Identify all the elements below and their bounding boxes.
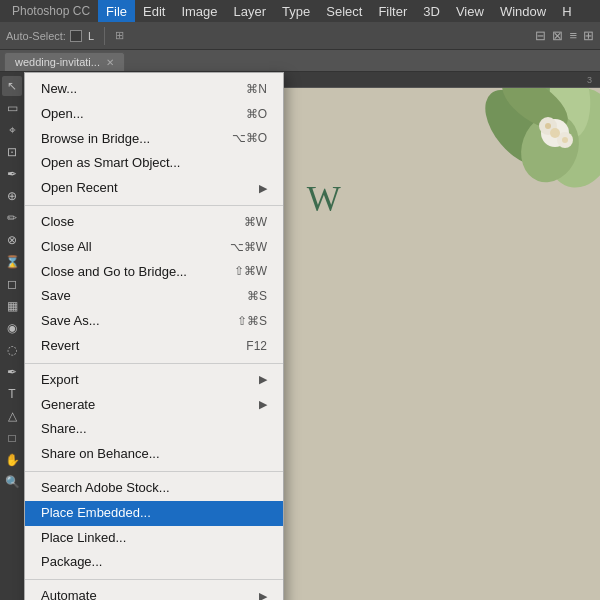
menubar-item-layer[interactable]: Layer [226,0,275,22]
menu-item-package-label: Package... [41,552,102,573]
menu-item-close-all-label: Close All [41,237,92,258]
auto-select-label: Auto-Select: [6,30,66,42]
toolbar-divider [104,27,105,45]
file-menu: New... ⌘N Open... ⌘O Browse in Bridge...… [24,72,284,600]
menu-item-export[interactable]: Export ▶ [25,368,283,393]
tool-eyedrop[interactable]: ✒ [2,164,22,184]
menu-item-open-recent-label: Open Recent [41,178,118,199]
svg-point-11 [545,123,551,129]
document-tab[interactable]: wedding-invitati... ✕ [4,52,125,71]
menu-item-save-shortcut: ⌘S [247,287,267,306]
menu-item-place-embedded[interactable]: Place Embedded... [25,501,283,526]
menu-item-open-label: Open... [41,104,84,125]
tab-label: wedding-invitati... [15,56,100,68]
menu-item-save-as-shortcut: ⇧⌘S [237,312,267,331]
tool-zoom[interactable]: 🔍 [2,472,22,492]
toolbar-extra-icon[interactable]: ⊞ [583,28,594,43]
menu-item-close-bridge-label: Close and Go to Bridge... [41,262,187,283]
menu-item-new[interactable]: New... ⌘N [25,77,283,102]
menu-item-package[interactable]: Package... [25,550,283,575]
menu-item-save[interactable]: Save ⌘S [25,284,283,309]
tool-dodge[interactable]: ◌ [2,340,22,360]
menu-item-open-shortcut: ⌘O [246,105,267,124]
menu-item-save-as[interactable]: Save As... ⇧⌘S [25,309,283,334]
tool-shape[interactable]: □ [2,428,22,448]
separator-2 [25,363,283,364]
menu-item-automate[interactable]: Automate ▶ [25,584,283,600]
tool-path[interactable]: △ [2,406,22,426]
menu-item-share-behance-label: Share on Behance... [41,444,160,465]
tab-bar: wedding-invitati... ✕ [0,50,600,72]
menubar-item-filter[interactable]: Filter [370,0,415,22]
toolbar-auto-select: Auto-Select: L [6,30,94,42]
tool-brush[interactable]: ✏ [2,208,22,228]
menubar-item-type[interactable]: Type [274,0,318,22]
tool-select[interactable]: ▭ [2,98,22,118]
menu-item-place-linked-label: Place Linked... [41,528,126,549]
separator-1 [25,205,283,206]
separator-4 [25,579,283,580]
menubar-item-edit[interactable]: Edit [135,0,173,22]
main-area: ↖ ▭ ⌖ ⊡ ✒ ⊕ ✏ ⊗ ⌛ ◻ ▦ ◉ ◌ ✒ T △ □ ✋ 🔍 3 [0,72,600,600]
menu-item-revert-shortcut: F12 [246,337,267,356]
menu-item-open-recent[interactable]: Open Recent ▶ [25,176,283,201]
menu-item-close-label: Close [41,212,74,233]
tool-blur[interactable]: ◉ [2,318,22,338]
toolbar-align-icon[interactable]: ≡ [569,28,577,43]
menu-item-new-label: New... [41,79,77,100]
menubar-item-view[interactable]: View [448,0,492,22]
menu-item-share-behance[interactable]: Share on Behance... [25,442,283,467]
tool-eraser[interactable]: ◻ [2,274,22,294]
menubar-item-help[interactable]: H [554,0,579,22]
menu-item-browse-bridge-shortcut: ⌥⌘O [232,129,267,148]
menu-item-open-recent-arrow: ▶ [259,180,267,198]
menubar-item-3d[interactable]: 3D [415,0,448,22]
tab-close-button[interactable]: ✕ [106,57,114,68]
tool-move[interactable]: ↖ [2,76,22,96]
menubar-item-window[interactable]: Window [492,0,554,22]
menu-item-open[interactable]: Open... ⌘O [25,102,283,127]
toolbar-layout-icon[interactable]: ⊠ [552,28,563,43]
ruler-marker: 3 [587,75,592,85]
menu-item-save-label: Save [41,286,71,307]
menu-item-revert[interactable]: Revert F12 [25,334,283,359]
tool-text[interactable]: T [2,384,22,404]
menubar-item-image[interactable]: Image [173,0,225,22]
menubar-item-file[interactable]: File [98,0,135,22]
tool-pen[interactable]: ✒ [2,362,22,382]
menu-item-share[interactable]: Share... [25,417,283,442]
menu-item-generate-label: Generate [41,395,95,416]
toolbar-transform-controls: ⊞ [115,29,124,42]
menu-item-close-bridge[interactable]: Close and Go to Bridge... ⇧⌘W [25,260,283,285]
menu-item-save-as-label: Save As... [41,311,100,332]
menu-bar: Photoshop CC File Edit Image Layer Type … [0,0,600,22]
menu-item-close-shortcut: ⌘W [244,213,267,232]
menu-item-place-linked[interactable]: Place Linked... [25,526,283,551]
menu-item-search-stock-label: Search Adobe Stock... [41,478,170,499]
toolbar-arrange-icon[interactable]: ⊟ [535,28,546,43]
menu-item-browse-bridge-label: Browse in Bridge... [41,129,150,150]
menu-item-close-all[interactable]: Close All ⌥⌘W [25,235,283,260]
menu-item-close-all-shortcut: ⌥⌘W [230,238,267,257]
tool-lasso[interactable]: ⌖ [2,120,22,140]
menu-item-close[interactable]: Close ⌘W [25,210,283,235]
file-dropdown: New... ⌘N Open... ⌘O Browse in Bridge...… [24,72,284,600]
greenery-decoration [400,88,600,308]
tool-clone[interactable]: ⊗ [2,230,22,250]
menu-item-browse-bridge[interactable]: Browse in Bridge... ⌥⌘O [25,127,283,152]
menu-item-export-arrow: ▶ [259,371,267,389]
layer-label: L [88,30,94,42]
tool-history[interactable]: ⌛ [2,252,22,272]
auto-select-checkbox[interactable] [70,30,82,42]
menu-item-search-stock[interactable]: Search Adobe Stock... [25,476,283,501]
tool-hand[interactable]: ✋ [2,450,22,470]
menubar-item-photoshop[interactable]: Photoshop CC [4,0,98,22]
tool-gradient[interactable]: ▦ [2,296,22,316]
menu-item-automate-label: Automate [41,586,97,600]
tool-crop[interactable]: ⊡ [2,142,22,162]
menu-item-generate[interactable]: Generate ▶ [25,393,283,418]
menubar-item-select[interactable]: Select [318,0,370,22]
menu-item-open-smart[interactable]: Open as Smart Object... [25,151,283,176]
tool-heal[interactable]: ⊕ [2,186,22,206]
svg-point-12 [562,137,568,143]
